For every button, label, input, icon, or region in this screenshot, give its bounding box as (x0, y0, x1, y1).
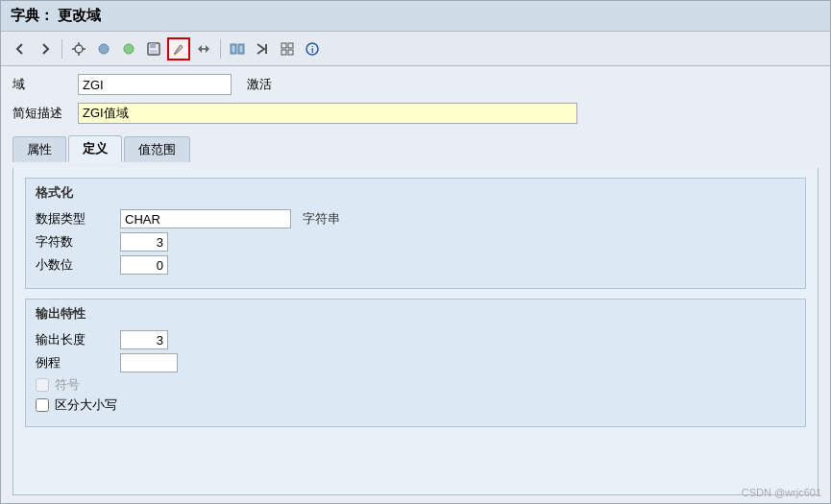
data-type-suffix: 字符串 (303, 210, 340, 228)
sign-checkbox (36, 378, 49, 392)
char-count-label: 字符数 (36, 233, 112, 251)
tab-definition[interactable]: 定义 (68, 135, 122, 162)
output-length-input[interactable] (120, 330, 168, 349)
svg-rect-23 (288, 43, 293, 48)
window-title: 字典： 更改域 (11, 7, 101, 23)
case-row: 区分大小写 (36, 396, 795, 414)
char-count-input[interactable] (120, 232, 168, 252)
back-btn[interactable] (9, 37, 32, 60)
sign-row: 符号 (36, 376, 795, 394)
decimal-input[interactable] (120, 255, 168, 275)
tools-btn[interactable] (67, 37, 90, 60)
grid-btn[interactable] (276, 37, 299, 60)
activate-btn[interactable] (226, 37, 249, 60)
desc-label: 简短描述 (12, 105, 70, 122)
sep2 (220, 39, 221, 59)
toolbar: i (1, 32, 830, 66)
tab-properties[interactable]: 属性 (12, 136, 66, 162)
tabs-bar: 属性 定义 值范围 (12, 135, 819, 162)
output-title: 输出特性 (36, 305, 795, 324)
svg-rect-24 (281, 50, 286, 55)
data-type-label: 数据类型 (36, 210, 112, 228)
desc-input[interactable] (78, 103, 577, 124)
svg-rect-8 (150, 43, 156, 48)
tab-content: 格式化 数据类型 字符串 字符数 小数位 (12, 168, 819, 495)
data-type-row: 数据类型 字符串 (36, 209, 795, 228)
watermark: CSDN @wrjc601 (742, 487, 821, 498)
svg-rect-9 (150, 50, 158, 54)
format-title: 格式化 (36, 184, 795, 204)
svg-line-15 (174, 53, 175, 54)
domain-row: 域 激活 (12, 74, 819, 95)
case-checkbox[interactable] (36, 398, 49, 412)
save-btn[interactable] (142, 37, 165, 60)
svg-point-6 (124, 44, 134, 54)
forward-btn[interactable] (34, 37, 57, 60)
decimal-row: 小数位 (36, 255, 795, 275)
domain-status: 激活 (247, 76, 272, 93)
svg-rect-22 (281, 43, 286, 48)
svg-point-0 (75, 45, 83, 53)
routine-row: 例程 (36, 353, 795, 372)
data-type-input[interactable] (120, 209, 291, 228)
output-length-row: 输出长度 (36, 330, 795, 349)
output-length-label: 输出长度 (36, 331, 112, 348)
case-label: 区分大小写 (55, 396, 117, 414)
svg-text:i: i (311, 45, 314, 55)
svg-point-5 (99, 44, 109, 54)
char-count-row: 字符数 (36, 232, 795, 252)
format-section: 格式化 数据类型 字符串 字符数 小数位 (25, 178, 806, 289)
sign-label: 符号 (55, 376, 80, 394)
dot1-btn[interactable] (92, 37, 115, 60)
tab-value-range[interactable]: 值范围 (124, 136, 190, 162)
next-btn[interactable] (251, 37, 274, 60)
routine-label: 例程 (36, 354, 112, 372)
compare-btn[interactable] (192, 37, 215, 60)
title-bar: 字典： 更改域 (1, 1, 830, 32)
decimal-label: 小数位 (36, 256, 112, 274)
domain-label: 域 (12, 76, 70, 93)
edit-pen-btn[interactable] (167, 37, 190, 60)
output-section: 输出特性 输出长度 例程 符号 区分大小写 (25, 299, 806, 427)
info-btn[interactable]: i (301, 37, 324, 60)
desc-row: 简短描述 (12, 103, 819, 124)
content-area: 域 激活 简短描述 属性 定义 值范围 (1, 66, 830, 503)
routine-input[interactable] (120, 353, 178, 372)
svg-rect-25 (288, 50, 293, 55)
sep1 (61, 39, 62, 59)
domain-input[interactable] (78, 74, 232, 95)
dot2-btn[interactable] (117, 37, 140, 60)
